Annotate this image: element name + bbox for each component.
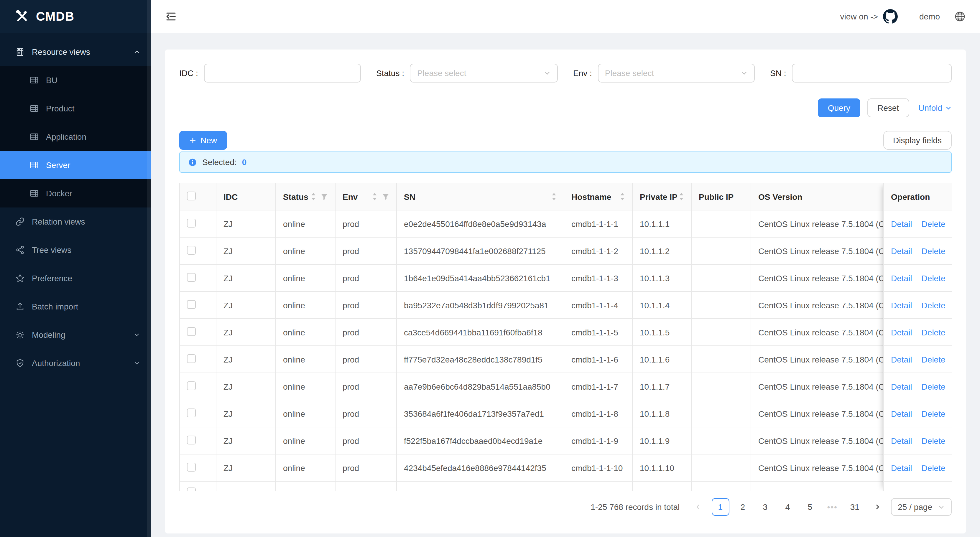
delete-link[interactable]: Delete (922, 273, 945, 283)
status-select[interactable]: Please select (410, 64, 558, 83)
delete-link[interactable]: Delete (922, 246, 945, 256)
reset-button[interactable]: Reset (867, 99, 909, 117)
cell-checkbox (180, 319, 216, 346)
sidebar-item-bu[interactable]: BU (0, 66, 151, 94)
cell-private-ip: 10.1.1.7 (633, 373, 692, 400)
detail-link[interactable]: Detail (891, 463, 912, 472)
page-button-5[interactable]: 5 (801, 498, 819, 516)
detail-link[interactable]: Detail (891, 246, 912, 256)
col-header-private_ip[interactable]: Private IP (633, 183, 692, 210)
col-title: SN (404, 192, 551, 201)
col-header-status[interactable]: Status (276, 183, 336, 210)
operation-cell: DetailDelete (884, 373, 952, 400)
select-all-checkbox[interactable] (187, 191, 196, 200)
sidebar-item-product[interactable]: Product (0, 94, 151, 122)
row-checkbox[interactable] (187, 300, 196, 308)
delete-link[interactable]: Delete (922, 219, 945, 229)
display-fields-button[interactable]: Display fields (883, 131, 952, 150)
plus-icon (189, 137, 196, 144)
sidebar-item-batch-import[interactable]: Batch import (0, 292, 151, 321)
page-button-4[interactable]: 4 (779, 498, 796, 516)
sidebar-item-label: BU (46, 75, 140, 85)
sidebar-item-authorization[interactable]: Authorization (0, 349, 151, 377)
page-button-31[interactable]: 31 (846, 498, 864, 516)
cell-checkbox (180, 427, 216, 454)
detail-link[interactable]: Detail (891, 354, 912, 364)
idc-input[interactable] (204, 64, 361, 83)
row-checkbox[interactable] (187, 435, 196, 444)
sidebar-item-tree-views[interactable]: Tree views (0, 236, 151, 264)
row-checkbox[interactable] (187, 327, 196, 336)
unfold-link[interactable]: Unfold (918, 103, 952, 113)
sidebar-item-modeling[interactable]: Modeling (0, 321, 151, 349)
row-checkbox[interactable] (187, 408, 196, 417)
delete-link[interactable]: Delete (922, 436, 945, 445)
sidebar-item-application[interactable]: Application (0, 122, 151, 151)
sidebar-item-label: Resource views (32, 47, 126, 57)
menu-fold-icon[interactable] (165, 11, 177, 22)
sidebar-menu: Resource viewsBUProductApplicationServer… (0, 33, 151, 377)
delete-link[interactable]: Delete (922, 354, 945, 364)
col-header-sn[interactable]: SN (397, 183, 564, 210)
cell-env: prod (336, 292, 397, 319)
cell-hostname: cmdb1-1-1-8 (564, 400, 633, 427)
display-fields-label: Display fields (893, 135, 942, 145)
page-ellipsis[interactable]: ••• (823, 498, 841, 516)
col-title: Private IP (640, 192, 679, 201)
chevron-down-icon (741, 70, 748, 76)
next-page-button[interactable] (868, 498, 886, 516)
row-checkbox[interactable] (187, 218, 196, 227)
row-checkbox[interactable] (187, 462, 196, 471)
username[interactable]: demo (919, 12, 940, 21)
server-list-card: IDC : Status : Please select Env (165, 49, 966, 534)
view-on-github-link[interactable]: view on -> (840, 9, 898, 24)
sidebar-item-server[interactable]: Server (0, 151, 151, 179)
page-button-3[interactable]: 3 (756, 498, 774, 516)
sidebar-item-label: Docker (46, 189, 140, 198)
globe-icon[interactable] (954, 11, 966, 22)
row-checkbox[interactable] (187, 273, 196, 281)
page-button-2[interactable]: 2 (734, 498, 751, 516)
row-checkbox[interactable] (187, 246, 196, 254)
share-icon (15, 245, 25, 255)
unfold-label: Unfold (918, 103, 942, 113)
detail-link[interactable]: Detail (891, 273, 912, 283)
new-button[interactable]: New (179, 131, 227, 150)
row-checkbox[interactable] (187, 354, 196, 363)
sidebar-item-docker[interactable]: Docker (0, 179, 151, 208)
logo[interactable]: CMDB (0, 0, 151, 33)
sorter-icon (551, 193, 557, 200)
delete-link[interactable]: Delete (922, 463, 945, 472)
page-size-select[interactable]: 25 / page (891, 498, 952, 516)
detail-link[interactable]: Detail (891, 300, 912, 310)
sidebar-item-preference[interactable]: Preference (0, 264, 151, 292)
sn-input[interactable] (792, 64, 952, 83)
detail-link[interactable]: Detail (891, 382, 912, 391)
chevron-down-icon (945, 105, 952, 111)
env-select[interactable]: Please select (598, 64, 755, 83)
prev-page-button[interactable] (689, 498, 707, 516)
sidebar-item-relation-views[interactable]: Relation views (0, 208, 151, 236)
table-icon (29, 189, 39, 198)
delete-link[interactable]: Delete (922, 409, 945, 418)
delete-link[interactable]: Delete (922, 300, 945, 310)
cell-idc: ZJ (216, 346, 276, 373)
detail-link[interactable]: Detail (891, 219, 912, 229)
detail-link[interactable]: Detail (891, 327, 912, 337)
delete-link[interactable]: Delete (922, 327, 945, 337)
operation-cell: DetailDelete (884, 265, 952, 292)
col-header-env[interactable]: Env (336, 183, 397, 210)
page-button-1[interactable]: 1 (711, 498, 729, 516)
col-header-hostname[interactable]: Hostname (564, 183, 633, 210)
delete-link[interactable]: Delete (922, 382, 945, 391)
row-checkbox[interactable] (187, 488, 196, 491)
sidebar-item-resource-views[interactable]: Resource views (0, 38, 151, 66)
operation-cell: DetailDelete (884, 319, 952, 346)
filter-icon (382, 193, 389, 200)
cell-sn: ff775e7d32ea48c28eddc138c789d1f5 (397, 346, 564, 373)
cell-public-ip (692, 373, 751, 400)
detail-link[interactable]: Detail (891, 436, 912, 445)
row-checkbox[interactable] (187, 381, 196, 390)
detail-link[interactable]: Detail (891, 409, 912, 418)
query-button[interactable]: Query (818, 99, 860, 117)
